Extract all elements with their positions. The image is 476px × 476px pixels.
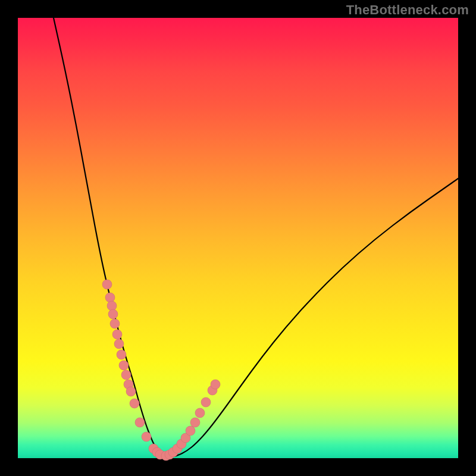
marker-dot xyxy=(114,339,124,349)
marker-dot xyxy=(105,293,115,302)
watermark-text: TheBottleneck.com xyxy=(346,2,469,18)
marker-dot xyxy=(119,361,129,370)
plot-area xyxy=(18,18,458,458)
marker-dot xyxy=(107,301,117,311)
marker-dot xyxy=(117,350,126,359)
marker-dot xyxy=(112,330,122,339)
marker-dot xyxy=(190,418,200,427)
marker-dot xyxy=(201,397,211,407)
marker-dot xyxy=(211,380,220,389)
marker-dot xyxy=(195,408,205,418)
marker-dot xyxy=(135,418,145,427)
marker-dot xyxy=(142,432,151,441)
marker-dot xyxy=(186,426,195,436)
curve-svg xyxy=(18,18,458,458)
marker-dot xyxy=(126,387,136,396)
marker-dot xyxy=(121,370,131,380)
marker-dot xyxy=(108,309,118,319)
bottleneck-curve xyxy=(54,18,458,457)
marker-dot xyxy=(130,399,139,408)
marker-dots-group xyxy=(102,280,220,461)
marker-dot xyxy=(110,319,120,328)
chart-frame: TheBottleneck.com xyxy=(0,0,476,476)
marker-dot xyxy=(102,280,112,289)
